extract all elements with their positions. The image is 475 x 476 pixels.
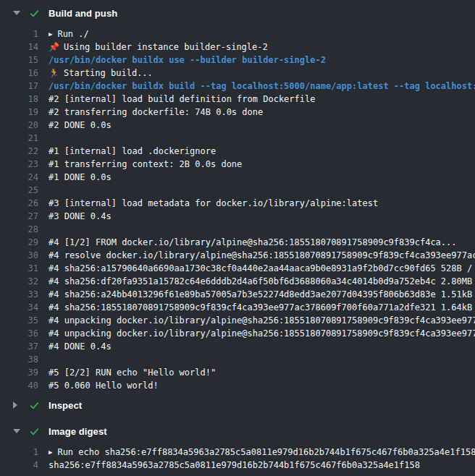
- line-number[interactable]: 18: [0, 93, 38, 106]
- log-line: 28: [0, 223, 475, 236]
- line-number[interactable]: 28: [0, 223, 38, 236]
- log-line: 1▶Run ./: [0, 27, 475, 41]
- section-header-build-and-push[interactable]: Build and push: [0, 0, 475, 26]
- section-inspect: Inspect: [0, 392, 475, 418]
- line-number[interactable]: 22: [0, 145, 38, 158]
- log-line: 39#5 [2/2] RUN echo "Hello world!": [0, 366, 475, 379]
- line-number[interactable]: 14: [0, 41, 38, 54]
- line-text: #1 [internal] load .dockerignore: [49, 145, 216, 158]
- check-success-icon: [29, 400, 40, 411]
- line-number[interactable]: 33: [0, 288, 38, 301]
- line-number[interactable]: 35: [0, 314, 38, 327]
- line-number[interactable]: 31: [0, 262, 38, 275]
- line-number[interactable]: 4: [0, 459, 38, 472]
- log-line: 38: [0, 353, 475, 366]
- line-text: #4 sha256:df20fa9351a15782c64e6dddb2d4a6…: [49, 275, 475, 288]
- log-line: 20#2 DONE 0.0s: [0, 119, 475, 132]
- line-number[interactable]: 30: [0, 249, 38, 262]
- log-line: 4sha256:e7ff8834a5963a2785c5a0811e979d16…: [0, 459, 475, 472]
- chevron-right-icon[interactable]: [13, 401, 17, 409]
- line-text: #4 resolve docker.io/library/alpine@sha2…: [49, 249, 475, 262]
- log-line: 32#4 sha256:df20fa9351a15782c64e6dddb2d4…: [0, 275, 475, 288]
- log-line: 36#4 unpacking docker.io/library/alpine@…: [0, 327, 475, 340]
- line-text: #3 DONE 0.4s: [49, 210, 112, 223]
- section-build-and-push: Build and push 1▶Run ./14📌Using builder …: [0, 0, 475, 392]
- line-text: #4 sha256:a15790640a6690aa1730c38cf0a440…: [49, 262, 475, 275]
- line-text: #2 DONE 0.0s: [49, 119, 112, 132]
- line-text: /usr/bin/docker buildx build --tag local…: [49, 80, 475, 93]
- line-number[interactable]: 34: [0, 301, 38, 314]
- line-number[interactable]: 17: [0, 80, 38, 93]
- log-line: 30#4 resolve docker.io/library/alpine@sh…: [0, 249, 475, 262]
- line-text: #4 sha256:185518070891758909c9f839cf4ca3…: [49, 301, 475, 314]
- line-number[interactable]: 16: [0, 67, 38, 80]
- log-line: 14📌Using builder instance builder-single…: [0, 41, 475, 54]
- chevron-down-icon[interactable]: [13, 429, 20, 433]
- log-line: 1▶Run echo sha256:e7ff8834a5963a2785c5a0…: [0, 446, 475, 459]
- line-text: ▶Run ./: [49, 27, 89, 41]
- line-text: #2 transferring dockerfile: 74B 0.0s don…: [49, 106, 263, 119]
- log-lines-build-and-push: 1▶Run ./14📌Using builder instance builde…: [0, 26, 475, 392]
- log-line: 25: [0, 184, 475, 197]
- line-number[interactable]: 1: [0, 446, 38, 459]
- line-number[interactable]: 40: [0, 379, 38, 392]
- log-line: 17/usr/bin/docker buildx build --tag loc…: [0, 80, 475, 93]
- section-header-image-digest[interactable]: Image digest: [0, 418, 475, 444]
- line-number[interactable]: 24: [0, 171, 38, 184]
- line-text: #4 [1/2] FROM docker.io/library/alpine@s…: [49, 236, 457, 249]
- check-success-icon: [29, 426, 40, 437]
- line-number[interactable]: 15: [0, 54, 38, 67]
- log-line: 34#4 sha256:185518070891758909c9f839cf4c…: [0, 301, 475, 314]
- log-line: 29#4 [1/2] FROM docker.io/library/alpine…: [0, 236, 475, 249]
- line-number[interactable]: 23: [0, 158, 38, 171]
- log-line: 21: [0, 132, 475, 145]
- line-number[interactable]: 20: [0, 119, 38, 132]
- line-text: 🏃Starting build...: [49, 67, 153, 80]
- expand-caret-icon[interactable]: ▶: [49, 446, 52, 459]
- line-number[interactable]: 29: [0, 236, 38, 249]
- log-lines-image-digest: 1▶Run echo sha256:e7ff8834a5963a2785c5a0…: [0, 444, 475, 476]
- line-number[interactable]: 25: [0, 184, 38, 197]
- line-number[interactable]: 19: [0, 106, 38, 119]
- section-header-inspect[interactable]: Inspect: [0, 392, 475, 418]
- line-text: #1 transferring context: 2B 0.0s done: [49, 158, 242, 171]
- line-text: #4 DONE 0.4s: [49, 340, 112, 353]
- log-line: 26#3 [internal] load metadata for docker…: [0, 197, 475, 210]
- log-line: 19#2 transferring dockerfile: 74B 0.0s d…: [0, 106, 475, 119]
- line-text: sha256:e7ff8834a5963a2785c5a0811e979d16b…: [49, 459, 420, 472]
- line-number[interactable]: 26: [0, 197, 38, 210]
- section-image-digest: Image digest 1▶Run echo sha256:e7ff8834a…: [0, 418, 475, 476]
- log-line: 35#4 unpacking docker.io/library/alpine@…: [0, 314, 475, 327]
- line-text: #3 [internal] load metadata for docker.i…: [49, 197, 378, 210]
- line-text: 📌Using builder instance builder-single-2: [49, 41, 268, 54]
- chevron-down-icon[interactable]: [13, 11, 20, 15]
- log-line: 27#3 DONE 0.4s: [0, 210, 475, 223]
- section-title: Image digest: [49, 426, 107, 437]
- log-line: 37#4 DONE 0.4s: [0, 340, 475, 353]
- log-line: 15/usr/bin/docker buildx use --builder b…: [0, 54, 475, 67]
- line-text: ▶Run echo sha256:e7ff8834a5963a2785c5a08…: [49, 446, 475, 459]
- line-number[interactable]: 37: [0, 340, 38, 353]
- log-line: 33#4 sha256:a24bb4013296f61e89ba57005a7b…: [0, 288, 475, 301]
- log-line: 22#1 [internal] load .dockerignore: [0, 145, 475, 158]
- check-success-icon: [29, 8, 40, 19]
- line-number[interactable]: 39: [0, 366, 38, 379]
- line-number[interactable]: 36: [0, 327, 38, 340]
- line-text: #4 unpacking docker.io/library/alpine@sh…: [49, 314, 475, 327]
- line-text: /usr/bin/docker buildx use --builder bui…: [49, 54, 326, 67]
- line-text: #1 DONE 0.0s: [49, 171, 112, 184]
- log-line: 23#1 transferring context: 2B 0.0s done: [0, 158, 475, 171]
- line-number[interactable]: 1: [0, 27, 38, 41]
- line-text: #5 [2/2] RUN echo "Hello world!": [49, 366, 216, 379]
- pushpin-icon: 📌: [49, 41, 59, 54]
- line-number[interactable]: 32: [0, 275, 38, 288]
- line-text: #2 [internal] load build definition from…: [49, 93, 315, 106]
- runner-icon: 🏃: [49, 67, 59, 80]
- line-number[interactable]: 21: [0, 132, 38, 145]
- line-number[interactable]: 27: [0, 210, 38, 223]
- line-number[interactable]: 38: [0, 353, 38, 366]
- expand-caret-icon[interactable]: ▶: [49, 27, 52, 41]
- log-line: 40#5 0.060 Hello world!: [0, 379, 475, 392]
- log-line: 18#2 [internal] load build definition fr…: [0, 93, 475, 106]
- section-title: Build and push: [49, 8, 117, 19]
